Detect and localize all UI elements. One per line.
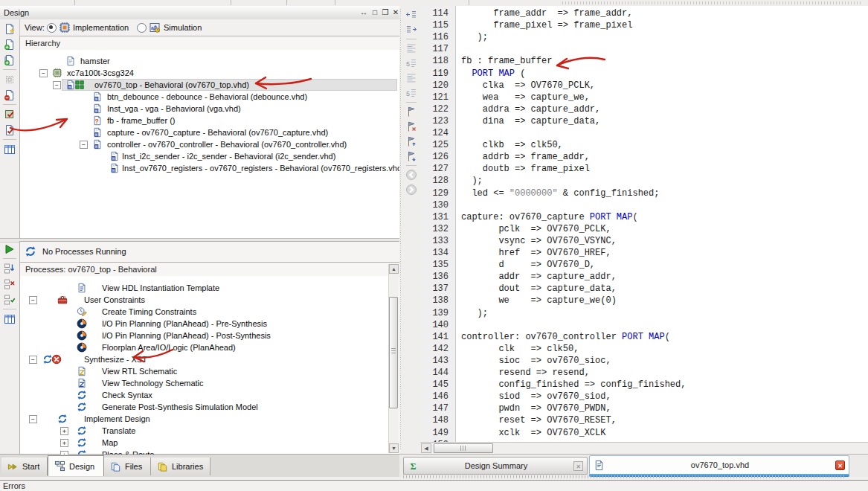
scroll-thumb[interactable] (389, 297, 398, 408)
tree-item[interactable]: hamster (20, 55, 399, 67)
expand-toggle[interactable]: + (60, 439, 68, 447)
tab-libraries[interactable]: Libraries (151, 458, 210, 475)
scroll-down-button[interactable]: ▼ (389, 443, 399, 453)
tab-ov7670-top-vhd[interactable]: ov7670_top.vhd ✕ (589, 455, 849, 475)
design-side-toolbar (0, 19, 19, 238)
tree-item[interactable]: +Map (20, 437, 389, 449)
tree-item[interactable]: +Translate (20, 425, 389, 437)
tab-design-summary-label: Design Summary (419, 461, 573, 470)
tree-item[interactable]: −Synthesize - XST (20, 353, 389, 365)
simulation-radio[interactable] (137, 23, 147, 33)
nav-forward-icon[interactable] (405, 184, 417, 196)
close-tab-button[interactable]: ✕ (835, 460, 845, 470)
scroll-left-button[interactable]: ◀ (421, 443, 431, 453)
bookmark-down-icon[interactable] (405, 150, 417, 162)
expand-toggle[interactable]: + (60, 451, 68, 455)
bookmark-up-icon[interactable] (405, 135, 417, 147)
indent-icon[interactable] (405, 24, 417, 36)
tree-item[interactable]: −Hcontroller - ov7670_controller - Behav… (20, 138, 399, 150)
collapse-toggle[interactable]: − (39, 69, 48, 77)
tree-item-label: hamster (80, 57, 110, 65)
collapse-toggle[interactable]: − (29, 356, 37, 364)
tab-design[interactable]: Design (48, 455, 104, 476)
goto-line-icon[interactable]: 5 (405, 87, 417, 99)
view-columns-icon[interactable] (4, 313, 16, 325)
line-number: 124 (420, 127, 449, 139)
line-number: 133 (420, 235, 449, 247)
code-editor[interactable]: 114 frame_addr => frame_addr,115 frame_p… (420, 6, 868, 454)
maximize-panel-button[interactable]: □ (370, 7, 380, 18)
new-source-icon[interactable] (4, 23, 16, 35)
line-marks-icon[interactable] (405, 42, 417, 54)
code-text: ); (461, 31, 488, 43)
tree-item[interactable]: HInst_ov7670_registers - ov7670_register… (20, 162, 399, 174)
tree-item-label: fb - frame_buffer () (107, 116, 176, 125)
svg-text:H: H (95, 97, 97, 101)
ise-window: Design ↔ □ ❐ ✕ View: Implementation Simu… (0, 0, 868, 491)
tree-item[interactable]: I/O Pin Planning (PlanAhead) - Pre-Synth… (20, 318, 389, 330)
tree-item[interactable]: Hcapture - ov7670_capture - Behavioral (… (20, 126, 399, 138)
float-panel-button[interactable]: ↔ (359, 7, 369, 18)
collapse-toggle[interactable]: − (80, 141, 88, 149)
tree-item-label: btn_debounce - debounce - Behavioral (de… (107, 92, 307, 101)
tab-files[interactable]: Files (104, 458, 151, 475)
code-text: dout => capture_data, (461, 283, 617, 295)
remove-source-icon[interactable] (4, 89, 16, 101)
tree-item-label: ov7670_top - Behavioral (ov7670_top.vhd) (94, 80, 249, 89)
device-chip-icon (52, 68, 62, 78)
tree-item[interactable]: View RTL Schematic (20, 365, 389, 377)
collapse-toggle[interactable]: − (29, 415, 37, 423)
nav-back-icon[interactable] (405, 169, 417, 181)
outdent-icon[interactable] (405, 9, 417, 21)
goto-line-icon[interactable]: 5 (405, 57, 417, 69)
tree-item[interactable]: ?fb - frame_buffer () (20, 115, 399, 126)
chip-check-icon[interactable] (4, 109, 16, 121)
close-tab-button[interactable]: ✕ (573, 461, 583, 471)
tree-item-label: Inst_vga - vga - Behavioral (vga.vhd) (107, 104, 241, 113)
line-marks-icon[interactable] (405, 72, 417, 84)
rerun-all-icon[interactable] (4, 294, 16, 306)
processes-scrollbar[interactable]: ▲ ▼ (388, 264, 399, 453)
expand-toggle[interactable]: + (60, 427, 68, 435)
add-source-icon[interactable] (4, 39, 16, 51)
tree-item[interactable]: Generate Post-Synthesis Simulation Model (20, 401, 389, 413)
code-text: pwdn => OV7670_PWDN, (461, 402, 611, 414)
tree-item[interactable]: Floorplan Area/IO/Logic (PlanAhead) (20, 341, 389, 353)
tree-item[interactable]: −User Constraints (20, 294, 389, 306)
tree-item-label: Create Timing Constraints (102, 307, 196, 316)
tree-item[interactable]: I/O Pin Planning (PlanAhead) - Post-Synt… (20, 330, 389, 341)
tree-item-label: Generate Post-Synthesis Simulation Model (102, 402, 258, 411)
implementation-radio[interactable] (47, 23, 57, 33)
tab-start[interactable]: Start (1, 458, 48, 475)
stop-process-icon[interactable] (4, 278, 16, 290)
tree-item[interactable]: Check Syntax (20, 389, 389, 401)
collapse-toggle[interactable]: − (29, 296, 37, 304)
scroll-thumb[interactable] (434, 443, 493, 453)
tree-item[interactable]: Create Timing Constraints (20, 306, 389, 318)
tree-item[interactable]: −xc7a100t-3csg324 (20, 67, 399, 79)
code-text: doutb => frame_pixel (461, 163, 590, 175)
editor-horizontal-scrollbar[interactable]: ◀ (420, 442, 868, 454)
add-copy-of-source-icon[interactable] (4, 54, 16, 66)
tree-item[interactable]: −Hov7670_top - Behavioral (ov7670_top.vh… (20, 79, 399, 91)
bookmark-x-icon[interactable] (405, 121, 417, 132)
doc-check-icon[interactable] (4, 124, 16, 136)
collapse-toggle[interactable]: − (53, 81, 61, 89)
restore-panel-button[interactable]: ❐ (380, 7, 390, 18)
tab-design-summary[interactable]: Σ Design Summary ✕ (403, 457, 588, 475)
tree-item[interactable]: View Technology Schematic (20, 377, 389, 389)
new-partition-icon[interactable] (4, 74, 16, 86)
rerun-process-icon[interactable] (4, 263, 16, 275)
code-text: PORT MAP ( (461, 68, 525, 80)
tree-item[interactable]: −Implement Design (20, 413, 389, 425)
tree-item[interactable]: View HDL Instantiation Template (20, 282, 389, 294)
run-process-icon[interactable] (4, 243, 16, 255)
vhd-file-icon: H (92, 103, 103, 114)
scroll-up-button[interactable]: ▲ (389, 264, 399, 274)
view-columns-icon[interactable] (4, 144, 16, 155)
tree-item[interactable]: HInst_vga - vga - Behavioral (vga.vhd) (20, 103, 399, 115)
tree-item[interactable]: HInst_i2c_sender - i2c_sender - Behavior… (20, 150, 399, 162)
tree-item[interactable]: Hbtn_debounce - debounce - Behavioral (d… (20, 91, 399, 103)
bookmark-icon[interactable] (405, 106, 417, 118)
process-icon (57, 414, 68, 424)
